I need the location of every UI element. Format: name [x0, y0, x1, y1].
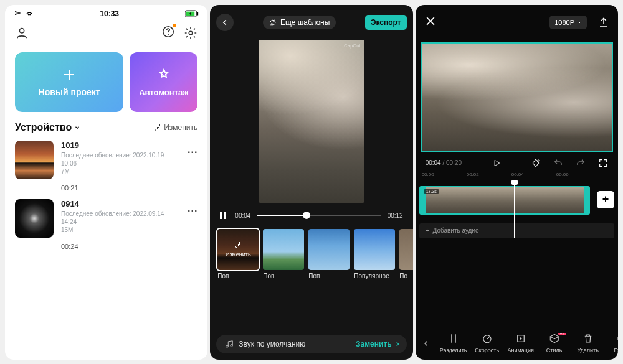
close-icon [424, 15, 437, 27]
add-clip-button[interactable]: + [597, 191, 614, 208]
template-item[interactable]: Поп [263, 229, 304, 279]
airplane-icon [14, 10, 22, 17]
timecode: 00:04 / 00:20 [426, 159, 462, 166]
project-thumbnail [15, 199, 54, 238]
clock: 10:33 [100, 9, 119, 18]
profile-icon[interactable] [15, 26, 29, 40]
battery-icon [185, 10, 199, 17]
playhead[interactable] [514, 182, 515, 238]
project-name: 0914 [61, 199, 180, 208]
undo-icon[interactable] [553, 158, 563, 168]
play-icon[interactable] [492, 159, 501, 167]
svg-point-5 [168, 34, 169, 35]
current-time: 00:04 [235, 212, 250, 219]
export-button[interactable]: Экспорт [365, 15, 407, 30]
speed-icon [482, 333, 493, 344]
tool-animation[interactable]: Анимация [504, 333, 538, 353]
preview-viewport[interactable]: CapCut [259, 40, 364, 203]
pencil-icon [234, 241, 242, 249]
new-project-label: Новый проект [39, 87, 100, 97]
automontage-label: Автомонтаж [139, 88, 188, 97]
plus-icon [62, 67, 77, 82]
automontage-card[interactable]: Автомонтаж [130, 52, 197, 112]
editor-screen: 1080P 00:04 / 00:20 00:0000:0200:0400:06… [416, 5, 618, 360]
chevron-right-icon [394, 341, 401, 347]
add-audio-track[interactable]: +Добавить аудио [419, 223, 614, 238]
tool-delete[interactable]: Удалить [571, 333, 605, 353]
template-screen: Еще шаблоны Экспорт CapCut 00:04 00:12 И… [210, 5, 412, 360]
clip-duration: 17.3s [424, 189, 439, 194]
tool-style[interactable]: try Стиль [538, 333, 571, 353]
chevron-left-icon [221, 18, 229, 27]
home-toolbar [5, 22, 207, 46]
tool-speed[interactable]: Скорость [470, 333, 504, 353]
fullscreen-icon[interactable] [598, 158, 608, 168]
project-duration: 00:21 [61, 184, 180, 192]
edit-projects-button[interactable]: Изменить [154, 123, 197, 132]
project-more-button[interactable]: ··· [188, 199, 197, 217]
project-item[interactable]: 1019 Последнее обновление: 2022.10.19 10… [5, 137, 207, 195]
template-list[interactable]: Изменить Поп Поп Поп Популярное По [210, 224, 412, 283]
animation-icon [515, 333, 526, 344]
delete-icon [583, 333, 594, 344]
timeline[interactable]: 17.3s + [416, 182, 618, 220]
project-more-button[interactable]: ··· [188, 141, 197, 158]
clip[interactable]: 17.3s [419, 186, 590, 215]
more-templates-button[interactable]: Еще шаблоны [263, 16, 336, 29]
device-section-header[interactable]: Устройство [15, 122, 80, 133]
tool-split[interactable]: Разделить [437, 333, 470, 353]
wifi-icon [25, 10, 34, 17]
editor-viewport[interactable] [422, 44, 612, 151]
refresh-icon [269, 19, 277, 26]
redo-icon[interactable] [576, 158, 586, 168]
home-screen: 10:33 Новый проект Автомонтаж Устройство [5, 5, 207, 360]
ruler: 00:0000:0200:0400:06 [416, 170, 618, 177]
split-icon [448, 333, 459, 344]
music-icon [225, 340, 234, 348]
svg-point-3 [19, 29, 24, 33]
template-item[interactable]: Изменить Поп [217, 229, 259, 279]
back-button[interactable] [216, 14, 234, 31]
new-project-card[interactable]: Новый проект [15, 52, 123, 112]
keyframe-icon[interactable] [531, 158, 541, 168]
pencil-icon [154, 124, 161, 131]
template-item[interactable]: Поп [308, 229, 350, 279]
status-bar: 10:33 [5, 5, 207, 22]
watermark: CapCut [344, 44, 361, 48]
svg-point-6 [189, 31, 193, 35]
pause-button[interactable] [220, 212, 229, 219]
svg-rect-2 [197, 12, 199, 15]
template-item[interactable]: Популярное [354, 229, 395, 279]
project-item[interactable]: 0914 Последнее обновление: 2022.09.14 14… [5, 195, 207, 254]
tool-volume[interactable]: Громк [605, 333, 618, 353]
chevron-left-icon [422, 340, 430, 347]
close-button[interactable] [424, 15, 437, 30]
resolution-selector[interactable]: 1080P [549, 16, 587, 29]
project-thumbnail [15, 141, 54, 179]
template-label: Поп [217, 273, 259, 279]
upload-icon[interactable] [598, 17, 609, 28]
project-duration: 00:24 [61, 243, 180, 250]
audio-bar: Звук по умолчанию Заменить [216, 335, 406, 353]
chevron-down-icon [74, 124, 80, 131]
template-item[interactable]: По [399, 229, 412, 279]
scrubber[interactable] [257, 215, 381, 216]
wand-icon [156, 68, 171, 83]
help-button[interactable] [161, 25, 175, 41]
project-meta: Последнее обновление: 2022.10.19 10:06 7… [61, 151, 180, 175]
settings-icon[interactable] [184, 26, 197, 40]
project-meta: Последнее обновление: 2022.09.14 14:24 1… [61, 210, 180, 234]
volume-icon [616, 333, 618, 344]
total-time: 00:12 [388, 212, 403, 219]
audio-label: Звук по умолчанию [239, 340, 305, 348]
replace-audio-button[interactable]: Заменить [356, 340, 401, 348]
try-badge: try [558, 333, 566, 335]
editor-toolbar: Разделить Скорость Анимация try Стиль Уд… [416, 328, 618, 360]
svg-point-7 [538, 159, 540, 161]
toolbar-back-button[interactable] [416, 340, 437, 347]
project-name: 1019 [61, 141, 180, 150]
chevron-down-icon [577, 20, 582, 25]
